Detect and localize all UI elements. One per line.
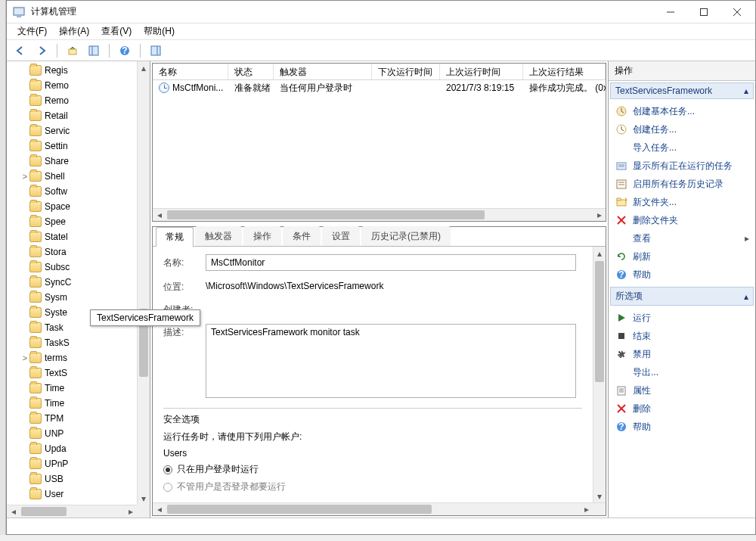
scroll-right-icon[interactable]: ▸ [124,505,137,518]
scroll-thumb[interactable] [167,210,485,219]
close-button[interactable] [720,1,754,23]
show-hide-action-button[interactable] [147,42,165,59]
scroll-track[interactable] [166,209,593,221]
col-state[interactable]: 状态 [228,64,274,79]
tree-item[interactable]: Upda [7,441,150,456]
tree-item[interactable]: >Shell [7,169,150,184]
tree-item[interactable]: Stora [7,244,150,260]
scroll-left-icon[interactable]: ◂ [153,503,166,515]
expander-icon[interactable]: > [20,172,29,181]
action-item[interactable]: 导入任务... [612,138,752,157]
grid-scrollbar-horizontal[interactable]: ◂ ▸ [153,208,606,221]
tree-item[interactable]: Servic [7,123,150,138]
maximize-button[interactable] [687,1,720,23]
tree-item[interactable]: SyncC [7,275,150,290]
tree-item[interactable]: User [7,487,150,502]
scroll-track[interactable] [20,505,124,518]
tree-item[interactable]: Softw [7,184,150,199]
action-item[interactable]: 创建任务... [612,120,752,138]
tab-actions[interactable]: 操作 [243,226,281,246]
scroll-thumb[interactable] [21,507,67,516]
table-row[interactable]: MsCtfMoni... 准备就绪 当任何用户登录时 2021/7/3 8:19… [153,80,606,95]
tree-item[interactable]: Spee [7,214,150,229]
action-item[interactable]: ?帮助 [612,266,752,284]
up-button[interactable] [64,42,82,59]
action-item[interactable]: 禁用 [612,345,752,363]
help-button[interactable]: ? [116,42,134,59]
tree-item[interactable]: Regis [7,63,150,78]
tree-item[interactable]: Subsc [7,260,150,275]
tree-item[interactable]: Statel [7,229,150,244]
action-item[interactable]: 删除文件夹 [612,211,752,229]
tab-settings[interactable]: 设置 [322,226,360,246]
nav-tree[interactable]: RegisRemoRemoRetailServicSettinShare>She… [7,61,150,518]
action-item[interactable]: 刷新 [612,247,752,266]
tab-history[interactable]: 历史记录(已禁用) [361,226,451,246]
actions-section-2[interactable]: 所选项 ▴ [610,287,754,306]
tree-item[interactable]: >terms [7,350,150,365]
scroll-left-icon[interactable]: ◂ [7,505,20,518]
tree-item[interactable]: Share [7,154,150,169]
scroll-left-icon[interactable]: ◂ [153,209,166,221]
scroll-track[interactable] [166,503,580,515]
scroll-down-icon[interactable]: ▾ [138,492,150,505]
tree-item[interactable]: Sysm [7,290,150,305]
tree-item[interactable]: Space [7,199,150,214]
col-next[interactable]: 下次运行时间 [372,64,440,79]
tab-conditions[interactable]: 条件 [283,226,321,246]
action-item[interactable]: 运行 [612,309,752,327]
tree-item[interactable]: UPnP [7,456,150,471]
action-item[interactable]: 启用所有任务历史记录 [612,175,752,193]
scroll-right-icon[interactable]: ▸ [593,209,606,221]
expander-icon[interactable]: > [20,353,29,362]
action-item[interactable]: ✶新文件夹... [612,193,752,211]
tab-general[interactable]: 常规 [156,227,194,247]
radio-option-2[interactable]: 不管用户是否登录都要运行 [163,480,582,493]
action-item[interactable]: 创建基本任务... [612,102,752,120]
action-item[interactable]: 删除 [612,400,752,418]
nav-scrollbar-vertical[interactable]: ▴ ▾ [137,61,150,505]
show-hide-tree-button[interactable] [85,42,103,59]
field-desc[interactable] [206,324,576,398]
scroll-right-icon[interactable]: ▸ [580,503,593,515]
tree-item[interactable]: Remo [7,78,150,93]
tree-item[interactable]: TaskS [7,335,150,350]
tree-item[interactable]: Settin [7,138,150,154]
tree-item[interactable]: USB [7,471,150,487]
tree-item[interactable]: Time [7,396,150,411]
forward-button[interactable] [33,42,51,59]
tree-item[interactable]: Time [7,381,150,396]
back-button[interactable] [11,42,29,59]
menu-action[interactable]: 操作(A) [53,23,95,39]
scroll-thumb[interactable] [167,505,432,514]
menu-help[interactable]: 帮助(H) [138,23,181,39]
grid-body[interactable]: MsCtfMoni... 准备就绪 当任何用户登录时 2021/7/3 8:19… [153,80,606,208]
tree-item[interactable]: UNP [7,426,150,441]
radio-option-1[interactable]: 只在用户登录时运行 [163,463,582,476]
scroll-track[interactable] [138,74,150,492]
tree-item[interactable]: TPM [7,411,150,426]
scroll-up-icon[interactable]: ▴ [138,61,150,74]
menu-file[interactable]: 文件(F) [11,23,53,39]
col-trigger[interactable]: 触发器 [274,64,372,79]
scroll-track[interactable] [593,260,606,490]
details-scrollbar-vertical[interactable]: ▴ ▾ [593,247,606,502]
action-item[interactable]: 显示所有正在运行的任务 [612,157,752,175]
details-scrollbar-horizontal[interactable]: ◂ ▸ [153,502,606,515]
scroll-down-icon[interactable]: ▾ [593,490,606,502]
col-result[interactable]: 上次运行结果 [523,64,606,79]
tree-item[interactable]: TextS [7,365,150,381]
action-item[interactable]: 导出... [612,363,752,381]
col-name[interactable]: 名称 [153,64,228,79]
minimize-button[interactable] [654,1,687,23]
tree-item[interactable]: Retail [7,108,150,123]
menu-view[interactable]: 查看(V) [95,23,138,39]
action-item[interactable]: 结束 [612,327,752,345]
scroll-up-icon[interactable]: ▴ [593,247,606,260]
action-item[interactable]: 属性 [612,381,752,400]
col-last[interactable]: 上次运行时间 [440,64,523,79]
tab-triggers[interactable]: 触发器 [195,226,242,246]
nav-scrollbar-horizontal[interactable]: ◂ ▸ [7,505,137,518]
action-item[interactable]: 查看▸ [612,229,752,247]
tree-item[interactable]: Remo [7,93,150,108]
